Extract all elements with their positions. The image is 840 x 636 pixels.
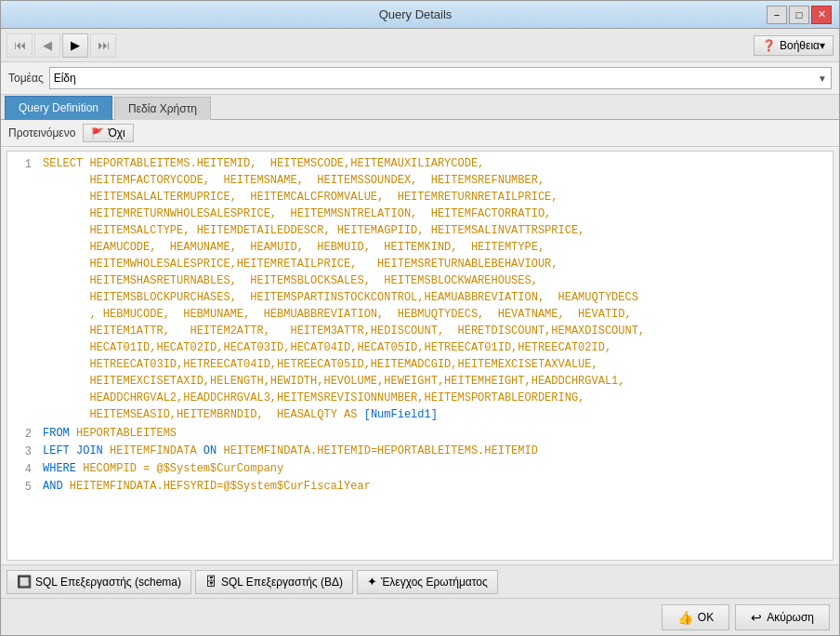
tomeas-row: Τομέας Είδη ▼: [1, 62, 839, 95]
sql-editor-db-label: SQL Επεξεργαστής (ΒΔ): [221, 576, 343, 589]
sql-editor-db-button[interactable]: 🗄 SQL Επεξεργαστής (ΒΔ): [195, 570, 353, 594]
next-button[interactable]: ▶: [62, 33, 88, 58]
titlebar-controls: − □ ✕: [767, 6, 832, 24]
sql-line-2: 2 FROM HEPORTABLEITEMS: [13, 425, 827, 443]
check-query-button[interactable]: ✦ Έλεγχος Ερωτήματος: [357, 570, 498, 594]
schema-icon: 🔲: [17, 575, 32, 589]
help-button[interactable]: ❓ Βοήθεια▾: [754, 35, 833, 56]
check-icon: ✦: [367, 575, 377, 589]
ok-label: OK: [698, 611, 714, 624]
db-icon: 🗄: [205, 575, 217, 589]
tab-query-definition-label: Query Definition: [19, 101, 98, 114]
prev-button[interactable]: ◀: [34, 33, 60, 58]
tomeas-value: Είδη: [54, 72, 76, 85]
main-toolbar: ⏮ ◀ ▶ ⏭ ❓ Βοήθεια▾: [1, 29, 839, 62]
check-query-label: Έλεγχος Ερωτήματος: [381, 576, 488, 589]
dropdown-arrow-icon: ▼: [818, 73, 827, 84]
sql-editor-schema-button[interactable]: 🔲 SQL Επεξεργαστής (schema): [7, 570, 191, 594]
line-num-1: 1: [13, 155, 32, 173]
line-num-2: 2: [13, 425, 32, 443]
sql-text-3: LEFT JOIN HEITEMFINDATA ON HEITEMFINDATA…: [43, 443, 538, 459]
cancel-icon: ↩: [751, 610, 762, 625]
sql-text-4: WHERE HECOMPID = @$System$CurCompany: [43, 460, 283, 477]
bottom-toolbar: 🔲 SQL Επεξεργαστής (schema) 🗄 SQL Επεξερ…: [1, 564, 839, 598]
window-title: Query Details: [64, 7, 767, 21]
ok-icon: 👍: [677, 610, 693, 625]
sql-content: 1 SELECT HEPORTABLEITEMS.HEITEMID, HEITE…: [7, 152, 833, 560]
main-window: Query Details − □ ✕ ⏮ ◀ ▶ ⏭ ❓ Βοήθεια▾ Τ…: [0, 0, 840, 636]
sql-line-4: 4 WHERE HECOMPID = @$System$CurCompany: [13, 460, 827, 478]
sql-line-5: 5 AND HEITEMFINDATA.HEFSYRID=@$System$Cu…: [13, 478, 827, 496]
protetinomeno-label: Προτεινόμενο: [8, 126, 75, 139]
first-button[interactable]: ⏮: [7, 33, 33, 58]
minimize-button[interactable]: −: [767, 6, 787, 24]
tab-query-definition[interactable]: Query Definition: [5, 96, 112, 120]
line-num-4: 4: [13, 460, 32, 478]
close-button[interactable]: ✕: [811, 6, 832, 24]
tab-user-fields-label: Πεδία Χρήστη: [128, 102, 197, 115]
sql-text-1: SELECT HEPORTABLEITEMS.HEITEMID, HEITEMS…: [43, 155, 645, 423]
protetinomeno-button[interactable]: 🚩 Όχι: [83, 124, 133, 142]
sql-text-2: FROM HEPORTABLEITEMS: [43, 425, 177, 442]
tabs-row: Query Definition Πεδία Χρήστη: [1, 95, 839, 120]
titlebar: Query Details − □ ✕: [1, 1, 839, 29]
tomeas-label: Τομέας: [8, 72, 44, 85]
cancel-button[interactable]: ↩ Ακύρωση: [735, 604, 830, 630]
sql-text-5: AND HEITEMFINDATA.HEFSYRID=@$System$CurF…: [43, 478, 371, 495]
action-row: 👍 OK ↩ Ακύρωση: [1, 598, 839, 635]
help-label: Βοήθεια▾: [780, 39, 825, 52]
ok-button[interactable]: 👍 OK: [662, 604, 729, 630]
last-button[interactable]: ⏭: [90, 33, 116, 58]
cancel-label: Ακύρωση: [767, 611, 814, 624]
sql-editor-schema-label: SQL Επεξεργαστής (schema): [35, 576, 181, 589]
help-icon: ❓: [762, 39, 776, 52]
protetinomeno-btn-label: Όχι: [108, 126, 125, 139]
sql-line-1: 1 SELECT HEPORTABLEITEMS.HEITEMID, HEITE…: [13, 155, 827, 423]
line-num-5: 5: [13, 478, 32, 496]
sql-editor[interactable]: 1 SELECT HEPORTABLEITEMS.HEITEMID, HEITE…: [7, 151, 833, 561]
sql-line-3: 3 LEFT JOIN HEITEMFINDATA ON HEITEMFINDA…: [13, 443, 827, 460]
line-num-3: 3: [13, 443, 32, 460]
tomeas-dropdown[interactable]: Είδη ▼: [49, 67, 832, 89]
tab-user-fields[interactable]: Πεδία Χρήστη: [114, 97, 211, 120]
flag-icon: 🚩: [91, 127, 104, 139]
maximize-button[interactable]: □: [789, 6, 809, 24]
protetinomeno-row: Προτεινόμενο 🚩 Όχι: [1, 120, 839, 147]
